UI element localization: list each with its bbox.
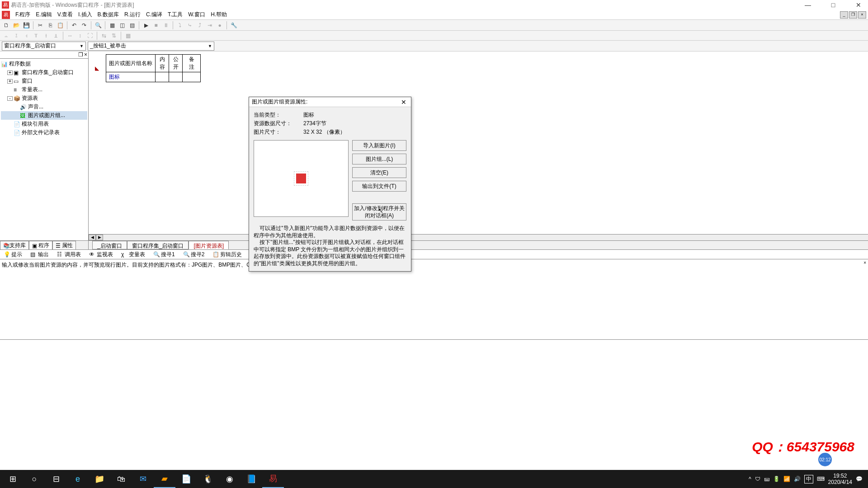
- align-top-icon[interactable]: ⫪: [32, 31, 41, 40]
- tray-clock[interactable]: 19:52 2020/4/14: [828, 473, 852, 486]
- btab-call[interactable]: ☷调用表: [55, 251, 83, 258]
- chrome-icon[interactable]: ◉: [219, 470, 241, 488]
- align-bottom-icon[interactable]: ⫫: [52, 31, 61, 40]
- event-combo[interactable]: _按钮1_被单击 ▼: [88, 42, 214, 51]
- qq-icon[interactable]: 🐧: [197, 470, 219, 488]
- step-over-icon[interactable]: ⤵: [175, 21, 184, 30]
- menu-edit[interactable]: E.编辑: [33, 11, 54, 19]
- explorer-icon[interactable]: 📁: [89, 470, 110, 488]
- btab-var[interactable]: χ变量表: [119, 251, 147, 258]
- object-combo[interactable]: 窗口程序集_启动窗口 ▼: [2, 42, 86, 51]
- tree-node[interactable]: 窗口程序集_启动窗口: [22, 69, 74, 76]
- notepad-icon[interactable]: 📄: [175, 470, 197, 488]
- cell-public[interactable]: [169, 72, 183, 82]
- open-icon[interactable]: 📂: [12, 21, 21, 30]
- btab-watch[interactable]: 👁监视表: [87, 251, 115, 258]
- mdi-minimize[interactable]: _: [840, 11, 848, 19]
- cell-name[interactable]: 图标: [106, 72, 156, 82]
- menu-view[interactable]: V.查看: [55, 11, 75, 19]
- sublime-icon[interactable]: ▰: [154, 470, 175, 488]
- btab-output[interactable]: ▤输出: [28, 251, 51, 258]
- grid-icon[interactable]: ▦: [123, 31, 132, 40]
- start-button[interactable]: ⊞: [2, 470, 24, 488]
- mail-icon[interactable]: ✉: [132, 470, 154, 488]
- paste-icon[interactable]: 📋: [56, 21, 65, 30]
- scroll-left-icon[interactable]: ◀: [89, 235, 96, 240]
- knowledge-icon[interactable]: 🔧: [229, 21, 238, 30]
- col-note[interactable]: 备 注: [183, 55, 201, 72]
- redo-icon[interactable]: ↷: [80, 21, 89, 30]
- menu-tool[interactable]: T.工具: [165, 11, 185, 19]
- hspace-icon[interactable]: ⇆: [99, 31, 108, 40]
- doc-tab-imgres[interactable]: [图片资源表]: [189, 241, 229, 249]
- mdi-restore[interactable]: ❐: [849, 11, 857, 19]
- panel-close-icon[interactable]: ×: [84, 52, 87, 58]
- col-public[interactable]: 公开: [169, 55, 183, 72]
- align-right-icon[interactable]: ⫞: [22, 31, 31, 40]
- menu-compile[interactable]: C.编译: [143, 11, 165, 19]
- tray-usb-icon[interactable]: 🖴: [764, 476, 769, 482]
- tree-node[interactable]: 声音...: [28, 103, 43, 111]
- maximize-button[interactable]: □: [826, 1, 841, 9]
- save-icon[interactable]: 💾: [22, 21, 31, 30]
- col-content[interactable]: 内容: [156, 55, 169, 72]
- cut-icon[interactable]: ✂: [36, 21, 45, 30]
- cell-note[interactable]: [183, 72, 201, 82]
- stop-icon[interactable]: ■: [151, 21, 160, 30]
- elang-taskbar-icon[interactable]: 易: [262, 470, 284, 488]
- find-icon[interactable]: 🔍: [94, 21, 103, 30]
- tray-notification-icon[interactable]: 💬: [856, 476, 863, 482]
- menu-insert[interactable]: I.插入: [75, 11, 95, 19]
- pause-icon[interactable]: ⏸: [161, 21, 170, 30]
- minimize-button[interactable]: —: [800, 1, 816, 9]
- same-height-icon[interactable]: ↕: [75, 31, 85, 40]
- clear-button[interactable]: 清空(E): [352, 167, 406, 178]
- tray-ime[interactable]: 中: [804, 475, 813, 483]
- program-tree[interactable]: 📊程序数据 +▣窗口程序集_启动窗口 +▭窗口 ≡常量表... -📦资源表 🔊声…: [0, 59, 88, 240]
- tree-node-selected[interactable]: 图片或图片组...: [28, 112, 65, 119]
- tab-property[interactable]: ☰属性: [52, 241, 76, 249]
- copy-icon[interactable]: ⎘: [46, 21, 55, 30]
- tray-shield-icon[interactable]: 🛡: [755, 476, 760, 482]
- scroll-right-icon[interactable]: ▶: [96, 235, 103, 240]
- menu-file[interactable]: F.程序: [13, 11, 33, 19]
- taskview-button[interactable]: ⊟: [45, 470, 67, 488]
- layout2-icon[interactable]: ◫: [118, 21, 127, 30]
- expand-icon[interactable]: +: [7, 79, 13, 84]
- edge-icon[interactable]: e: [67, 470, 89, 488]
- step-out-icon[interactable]: ⤴: [195, 21, 204, 30]
- tab-support-lib[interactable]: 📚支持库: [0, 241, 29, 249]
- cell-content[interactable]: [156, 72, 169, 82]
- export-file-button[interactable]: 输出到文件(T): [352, 181, 406, 192]
- tree-root[interactable]: 程序数据: [9, 60, 31, 68]
- resource-table[interactable]: 图片或图片组名称 内容 公开 备 注 图标: [106, 54, 201, 82]
- col-name[interactable]: 图片或图片组名称: [106, 55, 156, 72]
- apply-close-button[interactable]: 加入/修改到程序并关闭对话框(A): [352, 203, 406, 221]
- breakpoint-icon[interactable]: ●: [215, 21, 224, 30]
- tray-up-icon[interactable]: ^: [749, 476, 751, 482]
- tray-battery-icon[interactable]: 🔋: [773, 476, 780, 482]
- tree-node[interactable]: 窗口: [22, 77, 33, 85]
- btab-tip[interactable]: 💡提示: [2, 251, 24, 258]
- menu-window[interactable]: W.窗口: [185, 11, 208, 19]
- doc-tab-winset[interactable]: 窗口程序集_启动窗口: [127, 241, 189, 249]
- layout1-icon[interactable]: ▦: [108, 21, 117, 30]
- tray-keyboard-icon[interactable]: ⌨: [817, 476, 825, 482]
- align-center-icon[interactable]: ⫱: [12, 31, 21, 40]
- btab-search1[interactable]: 🔍搜寻1: [151, 251, 177, 258]
- mdi-close[interactable]: ×: [858, 11, 866, 19]
- tree-node[interactable]: 模块引用表: [22, 120, 49, 128]
- undo-icon[interactable]: ↶: [70, 21, 79, 30]
- image-group-button[interactable]: 图片组...(L): [352, 154, 406, 164]
- output-close-icon[interactable]: ×: [863, 260, 866, 265]
- app-icon[interactable]: 📘: [241, 470, 262, 488]
- panel-float-icon[interactable]: ❐: [78, 52, 83, 58]
- doc-tab-startwin[interactable]: _启动窗口: [92, 241, 127, 249]
- tray-wifi-icon[interactable]: 📶: [783, 476, 790, 482]
- close-button[interactable]: ✕: [851, 1, 866, 9]
- search-button[interactable]: ○: [24, 470, 45, 488]
- menu-help[interactable]: H.帮助: [208, 11, 230, 19]
- tree-node[interactable]: 资源表: [22, 94, 38, 102]
- layout3-icon[interactable]: ▤: [127, 21, 137, 30]
- align-left-icon[interactable]: ⫠: [2, 31, 11, 40]
